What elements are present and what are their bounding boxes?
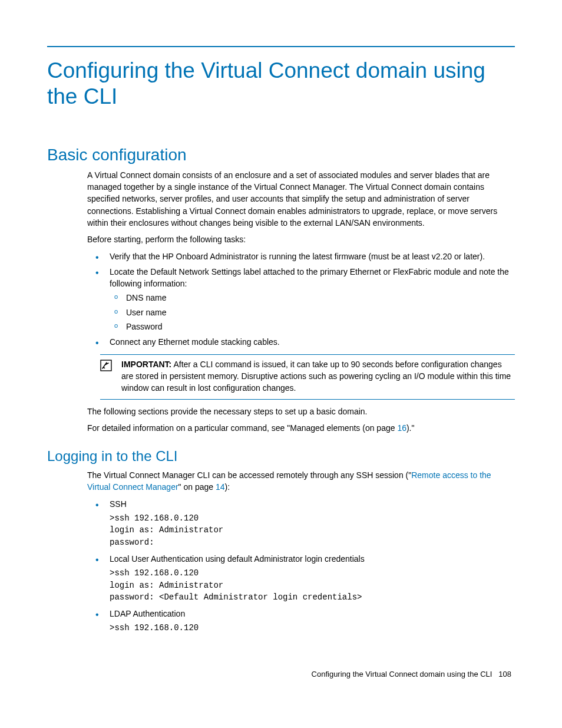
list-item-text: Locate the Default Network Settings labe… <box>110 267 509 288</box>
document-page: Configuring the Virtual Connect domain u… <box>0 0 562 702</box>
paragraph-intro: A Virtual Connect domain consists of an … <box>87 169 515 229</box>
important-body: After a CLI command is issued, it can ta… <box>121 360 511 393</box>
svg-rect-0 <box>101 360 111 371</box>
task-list: Verify that the HP Onboard Administrator… <box>87 251 515 348</box>
section-basic-configuration: Basic configuration <box>47 146 515 164</box>
text-fragment: For detailed information on a particular… <box>87 423 397 433</box>
important-label: IMPORTANT: <box>121 360 171 369</box>
list-item-label: SSH <box>110 499 127 509</box>
text-fragment: The Virtual Connect Manager CLI can be a… <box>87 470 411 480</box>
text-fragment: ): <box>225 482 230 492</box>
paragraph-before-starting: Before starting, perform the following t… <box>87 233 515 245</box>
footer-page-number: 108 <box>498 670 511 678</box>
code-block-ldap: >ssh 192.168.0.120 <box>110 622 515 634</box>
body-content-2: The Virtual Connect Manager CLI can be a… <box>87 469 515 634</box>
list-item: LDAP Authentication >ssh 192.168.0.120 <box>87 608 515 634</box>
sub-list-item: User name <box>110 307 515 318</box>
important-icon <box>100 358 118 394</box>
page-title: Configuring the Virtual Connect domain u… <box>47 58 515 110</box>
sub-list: DNS name User name Password <box>110 292 515 332</box>
paragraph-cli-access: The Virtual Connect Manager CLI can be a… <box>87 469 515 493</box>
text-fragment: " on page <box>178 482 216 492</box>
page-link-14[interactable]: 14 <box>216 482 225 492</box>
paragraph-following-sections: The following sections provide the neces… <box>87 406 515 417</box>
page-link-16[interactable]: 16 <box>397 423 406 433</box>
important-text: IMPORTANT: After a CLI command is issued… <box>118 358 515 394</box>
text-fragment: )." <box>406 423 415 433</box>
list-item: Local User Authentication using default … <box>87 553 515 603</box>
auth-list: SSH >ssh 192.168.0.120 login as: Adminis… <box>87 498 515 634</box>
list-item: Connect any Ethernet module stacking cab… <box>87 336 515 348</box>
paragraph-detailed-info: For detailed information on a particular… <box>87 422 515 434</box>
footer-title: Configuring the Virtual Connect domain u… <box>312 670 492 678</box>
list-item: SSH >ssh 192.168.0.120 login as: Adminis… <box>87 498 515 548</box>
section-logging-in: Logging in to the CLI <box>47 448 515 465</box>
list-item-label: LDAP Authentication <box>110 609 185 618</box>
sub-list-item: DNS name <box>110 292 515 304</box>
list-item: Verify that the HP Onboard Administrator… <box>87 251 515 262</box>
important-note: IMPORTANT: After a CLI command is issued… <box>100 354 515 400</box>
body-content: A Virtual Connect domain consists of an … <box>87 169 515 434</box>
code-block-local-auth: >ssh 192.168.0.120 login as: Administrat… <box>110 567 515 603</box>
list-item: Locate the Default Network Settings labe… <box>87 266 515 332</box>
list-item-label: Local User Authentication using default … <box>110 554 365 564</box>
page-footer: Configuring the Virtual Connect domain u… <box>47 670 515 678</box>
title-rule <box>47 46 515 47</box>
sub-list-item: Password <box>110 321 515 332</box>
code-block-ssh: >ssh 192.168.0.120 login as: Administrat… <box>110 512 515 548</box>
